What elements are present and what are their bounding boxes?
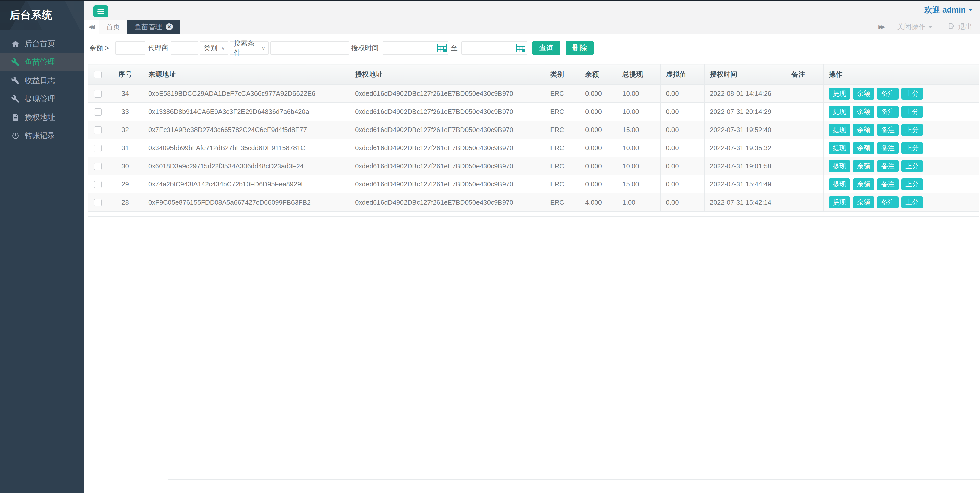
row-checkbox[interactable] xyxy=(94,181,102,188)
row-checkbox[interactable] xyxy=(94,90,102,97)
sidebar-item-auth[interactable]: 授权地址 xyxy=(0,108,84,126)
withdraw-button[interactable]: 提现 xyxy=(829,196,850,209)
row-checkbox[interactable] xyxy=(94,126,102,134)
select-all-checkbox[interactable] xyxy=(94,71,102,78)
cell-type: ERC xyxy=(545,175,580,193)
add-score-button[interactable]: 上分 xyxy=(901,142,923,154)
tabs-scroll-left-button[interactable]: ◀◀ xyxy=(84,20,99,34)
tab-fish-management[interactable]: 鱼苗管理 ✕ xyxy=(127,20,180,34)
category-select[interactable]: 类别 ∨ xyxy=(200,41,228,55)
add-score-button[interactable]: 上分 xyxy=(901,178,923,190)
home-icon xyxy=(11,40,24,48)
cell-operations: 提现余额备注上分 xyxy=(824,85,979,103)
sidebar-item-transfer[interactable]: 转账记录 xyxy=(0,126,84,145)
col-total-withdraw: 总提现 xyxy=(617,64,661,85)
agent-filter-input[interactable] xyxy=(171,41,198,55)
sidebar-item-label: 后台首页 xyxy=(24,38,55,49)
delete-button[interactable]: 删除 xyxy=(566,41,593,55)
caret-down-icon xyxy=(968,9,973,11)
remark-button[interactable]: 备注 xyxy=(877,88,899,100)
cell-source-address: 0x13386D8b914CA6E9A3c3F2E29D64836d7a6b42… xyxy=(143,103,350,121)
balance-button[interactable]: 余额 xyxy=(853,196,874,209)
balance-filter-label: 余额 >= xyxy=(89,43,113,53)
cell-source-address: 0xbE5819BDCC29ADA1DeF7cCA366c977A92D6622… xyxy=(143,85,350,103)
remark-button[interactable]: 备注 xyxy=(877,142,899,154)
row-checkbox[interactable] xyxy=(94,199,102,206)
balance-button[interactable]: 余额 xyxy=(853,106,874,118)
cell-auth-address: 0xded616dD4902DBc127f261eE7BD050e430c9B9… xyxy=(350,139,545,157)
col-type: 类别 xyxy=(545,64,580,85)
remark-button[interactable]: 备注 xyxy=(877,178,899,190)
withdraw-button[interactable]: 提现 xyxy=(829,178,850,190)
cell-virtual-value: 0.00 xyxy=(661,121,705,139)
remark-button[interactable]: 备注 xyxy=(877,160,899,172)
cell-total-withdraw: 10.00 xyxy=(617,85,661,103)
cell-auth-address: 0xded616dD4902DBc127f261eE7BD050e430c9B9… xyxy=(350,157,545,175)
withdraw-button[interactable]: 提现 xyxy=(829,124,850,136)
calendar-icon[interactable] xyxy=(516,44,525,53)
row-checkbox[interactable] xyxy=(94,108,102,116)
cell-auth-address: 0xded616dD4902DBc127f261eE7BD050e430c9B9… xyxy=(350,121,545,139)
menu-toggle-button[interactable] xyxy=(94,5,108,18)
cell-operations: 提现余额备注上分 xyxy=(824,139,979,157)
row-checkbox[interactable] xyxy=(94,163,102,170)
remark-button[interactable]: 备注 xyxy=(877,106,899,118)
col-auth-address: 授权地址 xyxy=(350,64,545,85)
chevron-down-icon: ∨ xyxy=(261,45,266,51)
close-operations-dropdown[interactable]: 关闭操作 xyxy=(889,20,940,34)
row-checkbox[interactable] xyxy=(94,145,102,152)
balance-button[interactable]: 余额 xyxy=(853,88,874,100)
logout-button[interactable]: 退出 xyxy=(940,20,980,34)
balance-button[interactable]: 余额 xyxy=(853,178,874,190)
add-score-button[interactable]: 上分 xyxy=(901,106,923,118)
add-score-button[interactable]: 上分 xyxy=(901,124,923,136)
sidebar-item-label: 提现管理 xyxy=(24,94,55,104)
cell-type: ERC xyxy=(545,157,580,175)
sidebar-item-income[interactable]: 收益日志 xyxy=(0,71,84,90)
withdraw-button[interactable]: 提现 xyxy=(829,160,850,172)
close-tab-icon[interactable]: ✕ xyxy=(165,23,173,30)
cell-auth-time: 2022-07-31 15:42:14 xyxy=(705,193,786,212)
cell-operations: 提现余额备注上分 xyxy=(824,193,979,212)
sidebar-item-label: 收益日志 xyxy=(24,75,55,86)
tabbar-spacer xyxy=(180,20,873,34)
table-row: 300x6018D3a9c29715d22f3534A306dd48cD23ad… xyxy=(88,157,979,175)
cell-virtual-value: 0.00 xyxy=(661,157,705,175)
cell-id: 33 xyxy=(107,103,143,121)
cell-auth-time: 2022-07-31 20:14:29 xyxy=(705,103,786,121)
cell-operations: 提现余额备注上分 xyxy=(824,103,979,121)
add-score-button[interactable]: 上分 xyxy=(901,88,923,100)
search-condition-select[interactable]: 搜索条件 ∨ xyxy=(230,41,269,55)
cell-operations: 提现余额备注上分 xyxy=(824,121,979,139)
table-row: 340xbE5819BDCC29ADA1DeF7cCA366c977A92D66… xyxy=(88,85,979,103)
tab-bar: ◀◀ 首页 鱼苗管理 ✕ ▶▶ 关闭操作 退出 xyxy=(84,20,980,35)
add-score-button[interactable]: 上分 xyxy=(901,196,923,209)
auth-time-end-wrap xyxy=(461,41,527,55)
withdraw-button[interactable]: 提现 xyxy=(829,106,850,118)
balance-button[interactable]: 余额 xyxy=(853,160,874,172)
balance-filter-input[interactable] xyxy=(115,41,145,55)
withdraw-button[interactable]: 提现 xyxy=(829,142,850,154)
remark-button[interactable]: 备注 xyxy=(877,124,899,136)
balance-button[interactable]: 余额 xyxy=(853,142,874,154)
table-row: 310x34095bb99bFAfe712dB27bE35cdd8DE91158… xyxy=(88,139,979,157)
query-button[interactable]: 查询 xyxy=(532,41,560,55)
cell-auth-time: 2022-07-31 19:01:58 xyxy=(705,157,786,175)
sidebar-item-fish[interactable]: 鱼苗管理 xyxy=(0,53,84,71)
logout-icon xyxy=(948,22,958,32)
welcome-user-dropdown[interactable]: 欢迎 admin xyxy=(924,0,973,20)
remark-button[interactable]: 备注 xyxy=(877,196,899,209)
add-score-button[interactable]: 上分 xyxy=(901,160,923,172)
wrench-icon xyxy=(11,77,24,85)
withdraw-button[interactable]: 提现 xyxy=(829,88,850,100)
search-keyword-input[interactable] xyxy=(270,41,349,55)
sidebar-item-withdraw[interactable]: 提现管理 xyxy=(0,90,84,108)
calendar-icon[interactable] xyxy=(437,44,447,53)
cell-total-withdraw: 15.00 xyxy=(617,121,661,139)
cell-checkbox xyxy=(88,175,107,193)
sidebar-item-home[interactable]: 后台首页 xyxy=(0,35,84,53)
balance-button[interactable]: 余额 xyxy=(853,124,874,136)
tab-home[interactable]: 首页 xyxy=(99,20,127,34)
cell-id: 30 xyxy=(107,157,143,175)
tabs-scroll-right-button[interactable]: ▶▶ xyxy=(873,20,889,34)
